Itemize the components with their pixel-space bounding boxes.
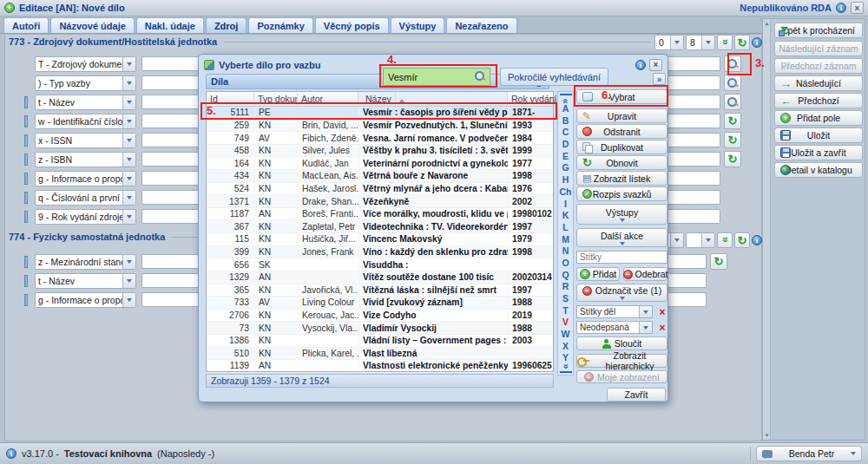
- table-row[interactable]: 2706 KN Kerouac, Jac... Vize Codyho 2019: [207, 310, 553, 323]
- subfield-selector[interactable]: ) - Typ vazby: [35, 75, 136, 91]
- dialog-action-button[interactable]: Zobrazit lístek: [576, 171, 667, 186]
- indicator-select[interactable]: [686, 232, 715, 248]
- table-row[interactable]: 510 KN Plicka, Karel, ... Vlast líbezná: [207, 348, 553, 361]
- alphabet-letter[interactable]: Ch: [560, 187, 572, 197]
- alphabet-letter[interactable]: E: [562, 152, 569, 161]
- jump-to-bottom-icon[interactable]: «: [560, 363, 572, 373]
- sidebar-button[interactable]: Detail v katalogu: [774, 162, 863, 178]
- refresh-button[interactable]: [734, 232, 750, 248]
- tags-input[interactable]: [576, 251, 667, 264]
- sidebar-button[interactable]: Předchozí záznam: [774, 58, 863, 74]
- dialog-action-button[interactable]: Obnovit: [576, 155, 667, 170]
- tab[interactable]: Autoři: [3, 17, 49, 33]
- sidebar-button[interactable]: Následující: [774, 75, 863, 91]
- drag-handle[interactable]: [24, 96, 28, 108]
- subfield-selector[interactable]: q - Číslování a první strana: [35, 190, 136, 206]
- search-icon[interactable]: [475, 71, 485, 82]
- table-row[interactable]: 367 KN Zapletal, Petr Videotechnika : TV…: [207, 220, 553, 233]
- table-row[interactable]: 1329 AN Vítěz soutěže dostane 100 tisíc …: [207, 271, 553, 284]
- collapse-panel-button[interactable]: »: [653, 73, 666, 85]
- alphabet-letter[interactable]: M: [562, 235, 569, 245]
- subfield-selector[interactable]: g - Informace o propojení: [35, 292, 136, 308]
- close-icon[interactable]: [649, 59, 662, 71]
- field-action-button[interactable]: [724, 94, 741, 110]
- show-hierarchy-button[interactable]: Zobrazit hierarchicky: [576, 354, 667, 368]
- outputs-dropdown-button[interactable]: Výstupy: [576, 204, 667, 225]
- table-row[interactable]: 115 KN Hušička, Jiř... Vincenc Makovský …: [207, 233, 553, 246]
- alphabet-letter[interactable]: C: [562, 127, 569, 137]
- drag-handle[interactable]: [24, 134, 28, 147]
- field-action-button[interactable]: [724, 113, 741, 129]
- remove-tag-button[interactable]: Odebrat: [623, 267, 667, 281]
- table-row[interactable]: 365 KN Javořická, Vl... Vítězná láska : …: [207, 284, 553, 297]
- alphabet-letter[interactable]: H: [562, 175, 569, 185]
- dialog-action-button[interactable]: Rozpis svazků: [576, 186, 667, 201]
- table-row[interactable]: 733 AV Living Colour Vivid [zvukový zázn…: [207, 297, 553, 310]
- tab[interactable]: Nakl. údaje: [136, 17, 204, 33]
- subfield-selector[interactable]: 9 - Rok vydání zdroje: [35, 209, 136, 225]
- drag-handle[interactable]: [24, 294, 28, 306]
- table-row[interactable]: 1386 KN Vládní listy – Government pages …: [207, 335, 553, 348]
- my-view-button[interactable]: Moje zobrazení: [576, 370, 667, 383]
- table-row[interactable]: 5111 PE Vesmír : časopis pro šíření vědy…: [207, 107, 553, 120]
- info-icon[interactable]: [635, 60, 646, 70]
- sidebar-button[interactable]: Uložit: [774, 127, 863, 143]
- sidebar-button[interactable]: Zpět k procházení: [774, 23, 863, 38]
- sidebar-scrollbar[interactable]: ▲ ▼: [763, 19, 771, 440]
- info-icon[interactable]: [836, 3, 846, 13]
- drag-handle[interactable]: [24, 275, 28, 287]
- drag-handle[interactable]: [24, 211, 28, 223]
- work-tags-filter-select[interactable]: Štítky děl: [576, 305, 653, 318]
- deselect-all-button[interactable]: Odznačit vše (1): [576, 284, 667, 302]
- user-menu-button[interactable]: Benda Petr: [756, 446, 862, 461]
- column-header-name[interactable]: Název: [358, 92, 508, 106]
- close-dialog-button[interactable]: Zavřít: [607, 388, 666, 402]
- scroll-up-icon[interactable]: ▲: [764, 21, 770, 26]
- more-actions-dropdown-button[interactable]: Další akce: [576, 228, 667, 247]
- table-row[interactable]: 1139 AN Vlastnosti elektronické peněženk…: [207, 360, 553, 373]
- alphabet-letter[interactable]: K: [562, 211, 569, 220]
- expand-all-button[interactable]: «: [717, 35, 733, 50]
- field-action-button[interactable]: [724, 75, 741, 91]
- tab[interactable]: Poznámky: [248, 17, 312, 33]
- subfield-selector[interactable]: t - Název: [35, 95, 136, 110]
- alphabet-letter[interactable]: Y: [562, 353, 569, 363]
- table-row[interactable]: 524 KN Hašek, Jarosl... Větrný mlynář a …: [207, 183, 553, 196]
- alphabet-letter[interactable]: B: [562, 116, 569, 126]
- table-row[interactable]: 749 AV Fibich, Zdeně... Vesna. Jarní rom…: [207, 132, 553, 145]
- subfield-selector[interactable]: x - ISSN: [35, 133, 136, 148]
- info-icon[interactable]: [6, 448, 16, 459]
- table-row[interactable]: 164 KN Kudláč, Jan Veterinární porodnict…: [207, 157, 553, 170]
- table-row[interactable]: 458 KN Silver, Jules Věštby k prahu 3. t…: [207, 145, 553, 158]
- table-row[interactable]: 1187 AN Boreš, Franti... Více morálky, m…: [207, 208, 553, 221]
- subfield-selector[interactable]: z - ISBN: [35, 152, 136, 167]
- sidebar-button[interactable]: Uložit a zavřít: [774, 145, 863, 160]
- tab[interactable]: Věcný popis: [315, 17, 389, 33]
- alphabet-letter[interactable]: L: [562, 223, 568, 232]
- subfield-selector[interactable]: w - Identifikační číslo záznamu: [35, 114, 136, 129]
- sidebar-button[interactable]: Přidat pole: [774, 110, 863, 126]
- alphabet-letter[interactable]: D: [562, 140, 569, 149]
- close-icon[interactable]: [851, 2, 864, 14]
- dialog-action-button[interactable]: Duplikovat: [576, 140, 667, 154]
- tab[interactable]: Výstupy: [391, 17, 445, 33]
- alphabet-letter[interactable]: R: [562, 282, 569, 291]
- drag-handle[interactable]: [24, 192, 28, 204]
- alphabet-letter[interactable]: N: [562, 246, 569, 256]
- expand-all-button[interactable]: «: [717, 232, 733, 248]
- column-header-year[interactable]: Rok vydání: [508, 92, 562, 106]
- tab[interactable]: Nezařazeno: [446, 17, 516, 33]
- column-header-type[interactable]: Typ dokume...: [254, 92, 298, 106]
- drag-handle[interactable]: [24, 154, 28, 166]
- indicator-select[interactable]: 8: [686, 35, 715, 50]
- subfield-selector[interactable]: T - Zdrojový dokument: [35, 56, 136, 72]
- field-action-button[interactable]: [724, 56, 741, 72]
- alphabet-letter[interactable]: V: [562, 317, 569, 327]
- dialog-action-button[interactable]: Upravit: [576, 108, 667, 123]
- field-action-button[interactable]: [724, 132, 741, 148]
- table-row[interactable]: 259 KN Brin, David, ... Vesmír Pozvednut…: [207, 120, 553, 133]
- table-row[interactable]: 434 KN MacLean, Ais... Větrná bouře z Na…: [207, 170, 553, 183]
- info-button[interactable]: [752, 232, 762, 248]
- field-action-button[interactable]: [724, 151, 741, 167]
- dialog-action-button[interactable]: Odstranit: [576, 124, 667, 139]
